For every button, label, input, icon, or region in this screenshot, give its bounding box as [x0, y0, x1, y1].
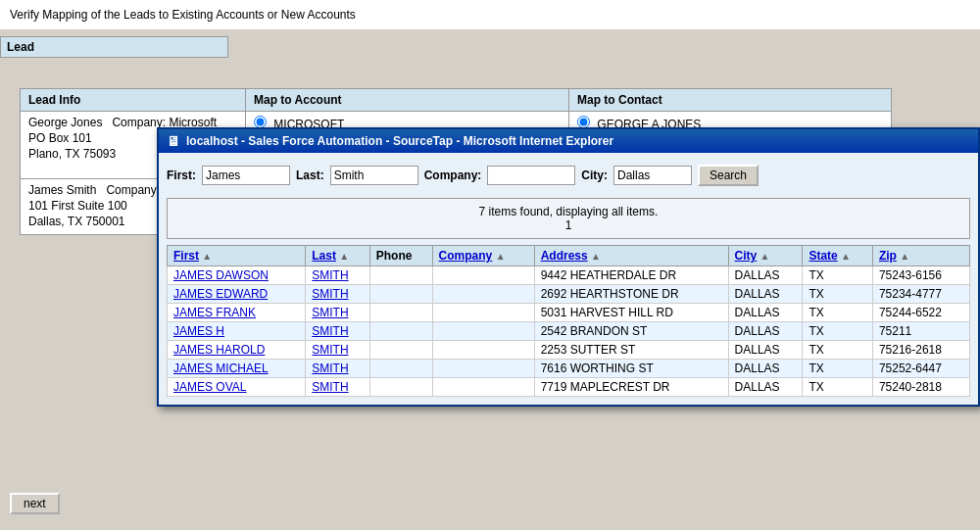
cell-last[interactable]: SMITH [306, 285, 369, 304]
cell-last[interactable]: SMITH [306, 378, 369, 397]
cell-phone [369, 304, 432, 322]
first-link[interactable]: JAMES OVAL [173, 380, 246, 394]
cell-address: 7719 MAPLECREST DR [534, 378, 728, 397]
last-label: Last: [296, 169, 324, 182]
col-company[interactable]: Company ▲ [432, 246, 534, 266]
cell-zip: 75243-6156 [872, 266, 969, 285]
first-link[interactable]: JAMES FRANK [173, 306, 256, 319]
cell-phone [369, 378, 432, 397]
cell-zip: 75216-2618 [872, 341, 969, 360]
col-state[interactable]: State ▲ [803, 246, 872, 266]
col-last-link[interactable]: Last [312, 249, 336, 263]
bottom-nav: next [0, 485, 70, 522]
col-zip-link[interactable]: Zip [879, 249, 897, 263]
col-city-link[interactable]: City [735, 249, 758, 263]
cell-address: 9442 HEATHERDALE DR [534, 266, 728, 285]
cell-state: TX [803, 304, 872, 322]
cell-phone [369, 285, 432, 304]
first-link[interactable]: JAMES DAWSON [173, 268, 269, 282]
cell-company [432, 341, 534, 360]
page-title: Verify Mapping of the Leads to Existing … [0, 0, 980, 29]
table-row: JAMES MICHAELSMITH7616 WORTHING STDALLAS… [168, 360, 970, 378]
last-link[interactable]: SMITH [312, 324, 348, 338]
search-bar: First: Last: Company: City: Search [167, 161, 970, 190]
col-company-link[interactable]: Company [439, 249, 493, 263]
first-link[interactable]: JAMES EDWARD [173, 287, 268, 301]
cell-zip: 75252-6447 [872, 360, 969, 378]
last-link[interactable]: SMITH [312, 268, 348, 282]
cell-last[interactable]: SMITH [306, 304, 369, 322]
cell-first[interactable]: JAMES EDWARD [168, 285, 306, 304]
cell-city: DALLAS [728, 341, 803, 360]
cell-first[interactable]: JAMES HAROLD [168, 341, 306, 360]
cell-phone [369, 266, 432, 285]
cell-city: DALLAS [728, 285, 803, 304]
col-state-link[interactable]: State [808, 249, 837, 263]
cell-first[interactable]: JAMES FRANK [168, 304, 306, 322]
cell-phone [369, 341, 432, 360]
cell-company [432, 285, 534, 304]
col-last[interactable]: Last ▲ [306, 246, 369, 266]
cell-state: TX [803, 360, 872, 378]
last-link[interactable]: SMITH [312, 361, 348, 375]
col-phone: Phone [369, 246, 432, 266]
cell-zip: 75244-6522 [872, 304, 969, 322]
col-first[interactable]: First ▲ [168, 246, 306, 266]
cell-address: 2542 BRANDON ST [534, 322, 728, 341]
cell-last[interactable]: SMITH [306, 322, 369, 341]
cell-address: 5031 HARVEST HILL RD [534, 304, 728, 322]
cell-state: TX [803, 285, 872, 304]
cell-state: TX [803, 266, 872, 285]
cell-city: DALLAS [728, 322, 803, 341]
results-count-text: 7 items found, displaying all items. [479, 205, 659, 218]
cell-company [432, 304, 534, 322]
col-zip[interactable]: Zip ▲ [872, 246, 969, 266]
last-link[interactable]: SMITH [312, 380, 348, 394]
modal-titlebar-icon: 🖥 [167, 133, 180, 149]
first-link[interactable]: JAMES HAROLD [173, 343, 265, 357]
next-button[interactable]: next [10, 493, 60, 514]
col-city[interactable]: City ▲ [728, 246, 803, 266]
last-link[interactable]: SMITH [312, 343, 348, 357]
cell-city: DALLAS [728, 304, 803, 322]
city-label: City: [581, 169, 608, 182]
table-row: JAMES EDWARDSMITH2692 HEARTHSTONE DRDALL… [168, 285, 970, 304]
last-link[interactable]: SMITH [312, 287, 348, 301]
modal-overlay: 🖥 localhost - Sales Force Automation - S… [157, 127, 980, 519]
cell-city: DALLAS [728, 360, 803, 378]
results-info: 7 items found, displaying all items. 1 [167, 198, 970, 239]
cell-first[interactable]: JAMES DAWSON [168, 266, 306, 285]
last-link[interactable]: SMITH [312, 306, 348, 319]
col-lead-info: Lead Info [21, 89, 246, 112]
first-link[interactable]: JAMES H [173, 324, 224, 338]
city-input[interactable] [613, 166, 692, 185]
last-input[interactable] [330, 166, 418, 185]
results-table: First ▲ Last ▲ Phone Company ▲ Address ▲… [167, 245, 970, 397]
cell-phone [369, 360, 432, 378]
company-label: Company: [424, 169, 482, 182]
col-address-link[interactable]: Address [541, 249, 588, 263]
first-input[interactable] [202, 166, 290, 185]
first-label: First: [167, 169, 196, 182]
cell-last[interactable]: SMITH [306, 341, 369, 360]
cell-company [432, 322, 534, 341]
cell-address: 2692 HEARTHSTONE DR [534, 285, 728, 304]
cell-first[interactable]: JAMES OVAL [168, 378, 306, 397]
col-map-account: Map to Account [246, 89, 569, 112]
cell-last[interactable]: SMITH [306, 360, 369, 378]
cell-zip: 75240-2818 [872, 378, 969, 397]
cell-first[interactable]: JAMES MICHAEL [168, 360, 306, 378]
search-button[interactable]: Search [698, 165, 759, 186]
cell-last[interactable]: SMITH [306, 266, 369, 285]
cell-state: TX [803, 341, 872, 360]
col-map-contact: Map to Contact [569, 89, 892, 112]
first-link[interactable]: JAMES MICHAEL [173, 361, 269, 375]
cell-state: TX [803, 378, 872, 397]
col-address[interactable]: Address ▲ [534, 246, 728, 266]
col-first-link[interactable]: First [173, 249, 199, 263]
cell-city: DALLAS [728, 378, 803, 397]
modal-body: First: Last: Company: City: Search 7 ite… [159, 153, 978, 405]
company-input[interactable] [487, 166, 575, 185]
lead-tab-label: Lead [7, 40, 34, 54]
cell-first[interactable]: JAMES H [168, 322, 306, 341]
